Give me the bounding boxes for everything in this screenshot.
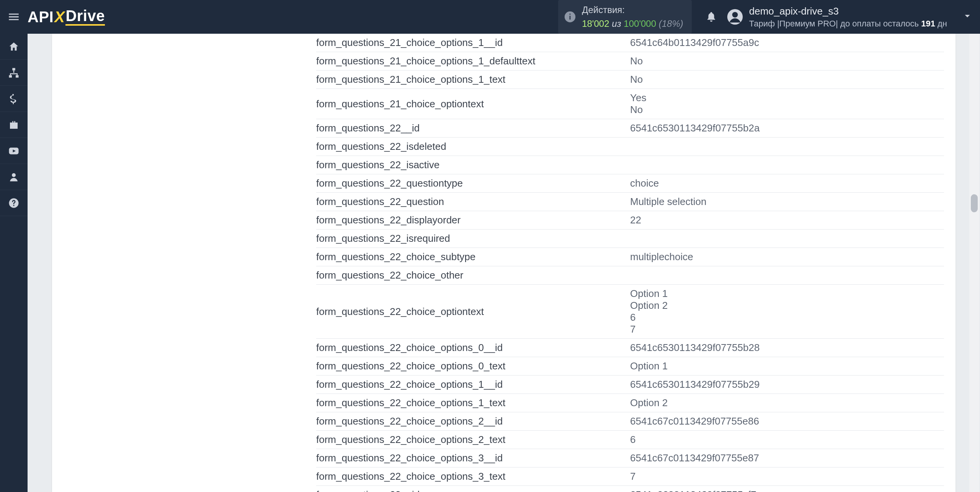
hamburger-icon [7,10,20,23]
help-icon [8,197,20,209]
briefcase-icon [8,119,20,131]
field-value: 6541c6530113429f07755b29 [630,379,944,390]
sidebar-item-account[interactable] [0,164,28,190]
table-row: form_questions_22_choice_options_2_text6 [316,431,944,449]
notifications-button[interactable] [702,7,721,26]
field-value: choice [630,177,944,189]
sidebar-item-help[interactable] [0,190,28,216]
sidebar [0,34,28,492]
app-logo[interactable]: APIXDrive [28,8,105,26]
user-tariff-line: Тариф |Премиум PRO| до оплаты осталось 1… [749,18,947,30]
field-key: form_questions_23__id [316,489,630,492]
field-key: form_questions_22_choice_other [316,269,630,281]
field-key: form_questions_21_choice_options_1_text [316,74,630,85]
svg-point-4 [732,12,738,18]
scrollbar-thumb[interactable] [971,194,978,213]
field-key: form_questions_22_choice_options_0__id [316,342,630,354]
svg-rect-7 [16,75,19,77]
content-card: form_questions_21_choice_options_1__id65… [52,34,956,492]
table-row: form_questions_21_choice_optiontextYes N… [316,89,944,119]
svg-rect-1 [570,16,571,20]
svg-point-9 [12,173,16,177]
field-value: 7 [630,471,944,482]
sidebar-item-briefcase[interactable] [0,112,28,138]
field-key: form_questions_21_choice_options_1__id [316,37,630,49]
scroll-area[interactable]: form_questions_21_choice_options_1__id65… [28,34,980,492]
app-header: APIXDrive Действия: 18'002 из 100'000 (1… [0,0,980,34]
menu-toggle-button[interactable] [0,0,28,34]
sitemap-icon [8,67,20,79]
field-key: form_questions_21_choice_optiontext [316,98,630,110]
field-key: form_questions_22_choice_options_3_text [316,471,630,482]
field-key: form_questions_22_question [316,196,630,208]
field-value: 6541c67c0113429f07755e86 [630,415,944,427]
sidebar-item-home[interactable] [0,34,28,60]
table-row: form_questions_23__id6541c6600113429f077… [316,486,944,492]
field-key: form_questions_22_isactive [316,159,630,171]
field-key: form_questions_21_choice_options_1_defau… [316,55,630,67]
page-body: form_questions_21_choice_options_1__id65… [28,34,980,492]
field-value: 22 [630,214,944,226]
table-row: form_questions_22_choice_options_3_text7 [316,467,944,486]
youtube-icon [8,145,20,157]
user-info[interactable]: demo_apix-drive_s3 Тариф |Премиум PRO| д… [749,5,947,30]
user-sub-prefix: Тариф |Премиум PRO| до оплаты осталось [749,19,921,28]
field-value: Yes No [630,92,944,116]
field-value: Option 1 Option 2 6 7 [630,288,944,335]
field-key: form_questions_22_displayorder [316,214,630,226]
dollar-icon [8,93,20,105]
home-icon [8,41,20,52]
sidebar-item-billing[interactable] [0,86,28,112]
user-avatar[interactable] [725,7,745,26]
actions-usage-box[interactable]: Действия: 18'002 из 100'000 (18%) [558,0,692,34]
chevron-down-icon [962,11,972,21]
table-row: form_questions_22_choice_other [316,266,944,285]
actions-used: 18'002 [582,18,609,29]
field-value: 6541c64b0113429f07755a9c [630,37,944,49]
table-row: form_questions_22_choice_options_0_textO… [316,357,944,376]
field-key: form_questions_22__id [316,122,630,134]
actions-total: 100'000 [624,18,656,29]
field-key: form_questions_22_isrequired [316,233,630,244]
info-icon [564,10,577,23]
field-value: No [630,55,944,67]
table-row: form_questions_22_displayorder22 [316,211,944,230]
table-row: form_questions_22_choice_options_1_textO… [316,394,944,412]
sidebar-item-connections[interactable] [0,60,28,86]
actions-percent: (18%) [659,18,683,29]
user-menu-toggle[interactable] [962,11,972,23]
table-row: form_questions_22_choice_options_3__id65… [316,449,944,467]
field-key: form_questions_22_choice_optiontext [316,306,630,318]
table-row: form_questions_21_choice_options_1_textN… [316,71,944,89]
field-value: 6541c6530113429f07755b28 [630,342,944,354]
table-row: form_questions_21_choice_options_1_defau… [316,52,944,71]
logo-text-api: API [28,8,54,26]
svg-rect-6 [9,75,12,77]
field-key: form_questions_22_choice_options_2__id [316,415,630,427]
field-value: 6541c6600113429f07755cf7 [630,489,944,492]
field-value: multiplechoice [630,251,944,263]
field-key: form_questions_22_choice_options_2_text [316,434,630,446]
field-value: No [630,74,944,85]
table-row: form_questions_22_choice_options_1__id65… [316,376,944,394]
actions-label: Действия: [582,3,683,17]
actions-text: Действия: 18'002 из 100'000 (18%) [582,3,683,31]
field-value: 6541c67c0113429f07755e87 [630,452,944,464]
vertical-scrollbar[interactable] [969,34,979,492]
field-key: form_questions_22_choice_subtype [316,251,630,263]
field-value: Option 1 [630,360,944,372]
field-key: form_questions_22_isdeleted [316,141,630,153]
user-name: demo_apix-drive_s3 [749,5,947,18]
sidebar-item-youtube[interactable] [0,138,28,164]
actions-of-word: из [612,18,621,29]
user-icon [8,171,20,183]
field-key: form_questions_22_choice_options_3__id [316,452,630,464]
table-row: form_questions_22_isrequired [316,230,944,248]
table-row: form_questions_22_questiontypechoice [316,174,944,193]
field-value: 6 [630,434,944,446]
table-row: form_questions_22_isactive [316,156,944,174]
table-row: form_questions_22_choice_subtypemultiple… [316,248,944,266]
logo-text-drive: Drive [65,8,105,26]
data-table: form_questions_21_choice_options_1__id65… [316,34,944,492]
table-row: form_questions_22_questionMultiple selec… [316,193,944,211]
